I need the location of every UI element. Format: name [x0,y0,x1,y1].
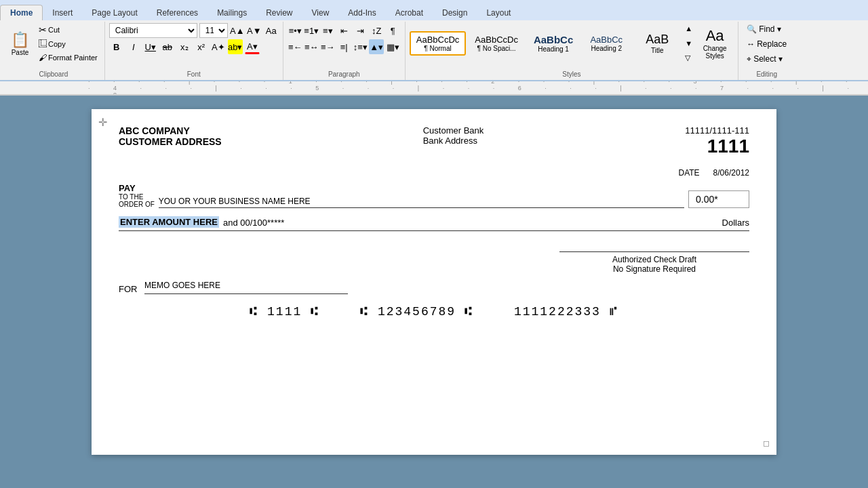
style-title[interactable]: AaB Title [633,29,682,58]
page-resize-handle[interactable]: ◻ [763,439,770,448]
ribbon-area: Home Insert Page Layout References Maili… [0,0,868,96]
select-button[interactable]: ⌖ Select ▾ [743,53,791,65]
styles-expand-arrow[interactable]: ▽ [684,52,694,64]
increase-font-button[interactable]: A▲ [230,23,245,38]
replace-label: Replace [757,39,787,49]
highlight-button[interactable]: ab▾ [228,39,243,54]
tab-insert[interactable]: Insert [43,5,82,20]
font-size-select[interactable]: 11 [199,23,228,38]
payee-line[interactable]: YOU OR YOUR BUSINESS NAME HERE [159,193,684,208]
font-family-select[interactable]: Calibri [109,23,197,38]
style-title-preview: AaB [639,33,675,47]
multilevel-button[interactable]: ≡▾ [320,23,335,38]
tab-acrobat[interactable]: Acrobat [386,5,433,20]
amount-box[interactable]: 0.00* [688,190,749,208]
micr-line: ⑆ 1111 ⑆ ⑆ 123456789 ⑆ 1111222333 ⑈ [119,305,749,319]
dollars-label: Dollars [722,218,749,228]
bank-info: Customer Bank Bank Address [423,125,484,146]
bold-button[interactable]: B [109,39,124,54]
show-hide-button[interactable]: ¶ [385,23,400,38]
tab-layout[interactable]: Layout [477,5,520,20]
copy-button[interactable]: ⿺Copy [36,38,100,50]
borders-button[interactable]: ▦▾ [385,39,400,54]
signature-box: Authorized Check Draft No Signature Requ… [559,251,749,274]
date-value: 8/06/2012 [713,168,749,178]
tab-addins[interactable]: Add-Ins [338,5,385,20]
tab-mailings[interactable]: Mailings [208,5,256,20]
style-heading1[interactable]: AaBbCc Heading 1 [527,30,580,56]
shading-button[interactable]: ▲▾ [369,39,384,54]
align-center-button[interactable]: ≡↔ [304,39,319,54]
style-normal-preview: AaBbCcDc [416,35,460,45]
change-styles-button[interactable]: Aa Change Styles [696,25,734,62]
style-nospace[interactable]: AaBbCcDc ¶ No Spaci... [468,31,525,56]
styles-down-arrow[interactable]: ▼ [684,38,694,49]
sort-button[interactable]: ↕Z [369,23,384,38]
font-group: Calibri 11 A▲ A▼ Aa B I U▾ ab x₂ x² A [105,22,283,80]
tab-home[interactable]: Home [0,5,43,20]
style-h2-preview: AaBbCc [589,35,624,45]
page-move-handle[interactable]: ✛ [98,116,107,129]
style-normal[interactable]: AaBbCcDc ¶ Normal [410,31,467,56]
format-painter-button[interactable]: 🖌Format Painter [36,52,100,64]
date-label: DATE [678,168,699,178]
micr-account: 1111222333 ⑈ [514,305,618,319]
line-spacing-button[interactable]: ↕≡▾ [353,39,368,54]
bullets-button[interactable]: ≡•▾ [288,23,302,38]
pay-sub1: TO THE [119,193,155,201]
numbering-button[interactable]: ≡1▾ [304,23,319,38]
check-number: 1111 [685,136,749,157]
bank-name: Customer Bank [423,125,484,136]
company-info: ABC COMPANY CUSTOMER ADDRESS [119,125,222,147]
underline-button[interactable]: U▾ [143,39,158,54]
font-color-button[interactable]: A▾ [245,39,260,54]
find-icon: 🔍 [747,24,757,34]
change-styles-icon: Aa [706,27,724,45]
amount-highlighted[interactable]: ENTER AMOUNT HERE [119,216,219,228]
paste-button[interactable]: 📋 Paste [7,29,33,58]
strikethrough-button[interactable]: ab [160,39,175,54]
company-address: CUSTOMER ADDRESS [119,136,222,147]
find-button[interactable]: 🔍 Find ▾ [743,23,791,35]
align-left-button[interactable]: ≡← [288,39,302,54]
ruler: · · · · | · · · 1 · · · | · · · 2 · · · … [0,81,868,95]
align-right-button[interactable]: ≡→ [320,39,335,54]
tab-review[interactable]: Review [256,5,302,20]
style-heading2[interactable]: AaBbCc Heading 2 [582,31,631,56]
tab-references[interactable]: References [147,5,208,20]
pay-row: PAY TO THE ORDER OF YOU OR YOUR BUSINESS… [119,183,749,208]
authorized-line1: Authorized Check Draft [559,255,749,264]
increase-indent-button[interactable]: ⇥ [353,23,368,38]
decrease-indent-button[interactable]: ⇤ [336,23,351,38]
memo-row: FOR MEMO GOES HERE [119,281,749,294]
text-effect-button[interactable]: A✦ [211,39,226,54]
replace-button[interactable]: ↔ Replace [743,38,791,50]
editing-label: Editing [756,70,777,78]
styles-label: Styles [562,70,580,78]
style-h1-label: Heading 1 [534,45,573,53]
amount-value: 0.00* [696,194,718,205]
check-header: ABC COMPANY CUSTOMER ADDRESS Customer Ba… [119,125,749,157]
cut-button[interactable]: ✂Cut [36,23,100,37]
decrease-font-button[interactable]: A▼ [247,23,262,38]
memo-line[interactable]: MEMO GOES HERE [144,281,348,294]
page: ✛ ABC COMPANY CUSTOMER ADDRESS Customer … [92,109,776,455]
routing-number: 11111/1111-111 [685,125,749,136]
justify-button[interactable]: ≡| [336,39,351,54]
replace-icon: ↔ [747,39,755,49]
date-row: DATE 8/06/2012 [119,168,749,178]
tab-view[interactable]: View [302,5,339,20]
tab-bar: Home Insert Page Layout References Maili… [0,0,868,20]
change-case-button[interactable]: Aa [264,23,279,38]
amount-words-rest: and 00/100***** [223,218,284,228]
clipboard-group: 📋 Paste ✂Cut ⿺Copy 🖌Format Painter Clipb… [3,22,105,80]
subscript-button[interactable]: x₂ [177,39,192,54]
styles-up-arrow[interactable]: ▲ [684,23,694,34]
pay-sub2: ORDER OF [119,201,155,208]
font-label: Font [187,70,201,78]
tab-page-layout[interactable]: Page Layout [82,5,146,20]
superscript-button[interactable]: x² [194,39,209,54]
style-h1-preview: AaBbCc [534,34,573,45]
tab-design[interactable]: Design [433,5,477,20]
italic-button[interactable]: I [126,39,141,54]
